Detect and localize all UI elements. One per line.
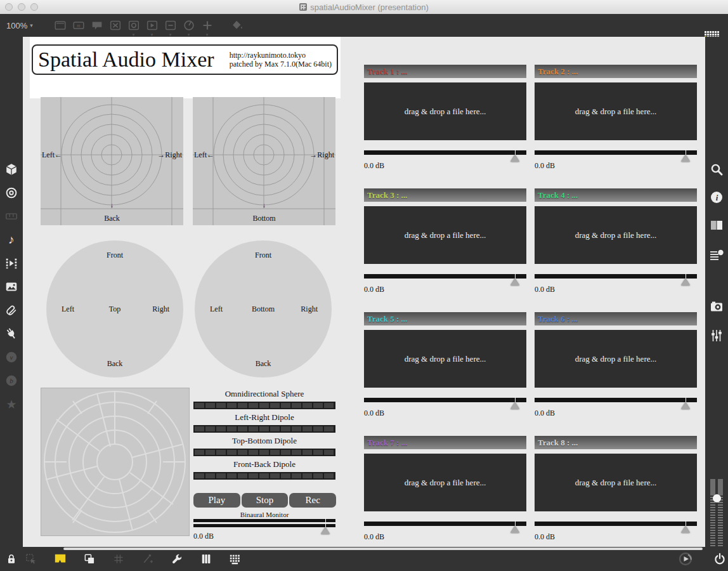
message-box-icon[interactable]: m [69, 18, 88, 33]
sphere-pad-bottom[interactable]: Front Left Bottom Right Back [195, 240, 332, 377]
track-dropzone[interactable]: drag & drop a file here... [364, 330, 526, 388]
track-dropzone[interactable]: drag & drop a file here... [364, 206, 526, 264]
select-icon[interactable] [23, 551, 39, 567]
split-view-icon[interactable] [705, 216, 728, 235]
track-dropzone[interactable]: drag & drop a file here... [364, 82, 526, 140]
track-dropzone[interactable]: drag & drop a file here... [535, 82, 697, 140]
sphere-label-back: Back [46, 359, 183, 369]
zoom-selector[interactable]: 100%▾ [6, 21, 39, 30]
snapshot-camera-icon[interactable] [705, 297, 728, 316]
binaural-gain-value: 0.0 dB [193, 532, 214, 541]
track-header[interactable]: Track 1 : ... [364, 65, 526, 78]
audio-meter-icon[interactable] [678, 551, 693, 567]
video-play-icon[interactable] [0, 254, 23, 273]
object-box-icon[interactable] [51, 18, 69, 33]
patcher-cube-icon[interactable] [0, 160, 23, 179]
playbar-icon[interactable]: ▾ [143, 18, 161, 33]
presentation-mode-icon[interactable] [53, 551, 68, 567]
slider-handle[interactable] [510, 279, 519, 286]
title-box: Spatial Audio Mixer http://raykunimoto.t… [32, 44, 338, 75]
zoom-button[interactable] [30, 3, 38, 11]
track-header[interactable]: Track 8 : ... [535, 436, 697, 449]
step-sequencer-icon[interactable] [228, 551, 243, 567]
track-gain-slider[interactable] [535, 150, 697, 163]
binaural-gain-slider[interactable] [193, 519, 335, 533]
rec-button[interactable]: Rec [289, 493, 336, 508]
search-icon[interactable] [705, 160, 728, 179]
slider-handle[interactable] [681, 155, 690, 162]
sphere-pad-top[interactable]: Front Left Top Right Back [46, 240, 183, 377]
track-header[interactable]: Track 2 : ... [535, 65, 697, 78]
button-icon[interactable]: ▾ [124, 18, 143, 33]
minimize-button[interactable] [18, 3, 25, 11]
track-dropzone[interactable]: drag & drop a file here... [535, 206, 697, 264]
track-gain-slider[interactable] [364, 398, 526, 410]
slider-handle[interactable] [321, 527, 330, 534]
header-panel: Spatial Audio Mixer http://raykunimoto.t… [30, 37, 341, 98]
speaker-polar-grid[interactable] [41, 388, 190, 536]
paperclip-icon[interactable] [0, 301, 23, 320]
close-button[interactable] [5, 3, 13, 11]
console-list-icon[interactable] [705, 246, 728, 265]
multislider-lr[interactable] [193, 425, 335, 433]
slider-handle[interactable] [681, 526, 690, 533]
power-icon[interactable] [712, 551, 727, 567]
add-object-icon[interactable]: ▾ [198, 18, 216, 33]
track-dropzone[interactable]: drag & drop a file here... [535, 454, 697, 511]
patchcord-icon[interactable] [140, 551, 155, 567]
tools-wrench-icon[interactable] [169, 551, 185, 567]
multislider-tb[interactable] [193, 449, 335, 456]
mixer-sliders-icon[interactable] [705, 326, 728, 345]
play-button[interactable]: Play [193, 493, 240, 508]
stop-button[interactable]: Stop [242, 493, 289, 508]
slider-label-tb: Top-Bottom Dipole [193, 436, 335, 446]
paint-bucket-icon[interactable] [228, 18, 246, 33]
track-header[interactable]: Track 6 : ... [535, 312, 697, 325]
multislider-omni[interactable] [193, 402, 335, 409]
slider-handle[interactable] [681, 279, 690, 286]
panner-xy-bottom[interactable]: Left← →Right ↓ Bottom [193, 97, 335, 225]
track-gain-slider[interactable] [535, 398, 697, 410]
track-header[interactable]: Track 4 : ... [535, 188, 697, 202]
midi-keyboard-icon[interactable] [0, 207, 23, 226]
fader-knob[interactable] [713, 494, 721, 502]
dial-icon[interactable]: ▾ [179, 18, 198, 33]
track-gain-slider[interactable] [364, 150, 526, 163]
multislider-fb[interactable] [193, 472, 335, 480]
track-label: Track 1 : ... [367, 67, 407, 77]
patcher-doc-icon [299, 3, 307, 11]
horizontal-scrollbar[interactable] [63, 548, 703, 550]
toggle-icon[interactable] [106, 18, 124, 33]
track-header[interactable]: Track 5 : ... [364, 312, 526, 325]
piano-keys-icon[interactable] [198, 551, 214, 567]
panner-arrow: ↓ [193, 202, 335, 209]
slider-handle[interactable] [510, 155, 519, 162]
plug-icon[interactable] [0, 324, 23, 343]
favorites-star-icon[interactable]: ★ [0, 395, 23, 414]
track-gain-slider[interactable] [535, 274, 697, 287]
grid-icon[interactable] [111, 551, 126, 567]
lock-icon[interactable] [4, 551, 19, 567]
track-gain-slider[interactable] [364, 522, 526, 534]
track-header[interactable]: Track 7 : ... [364, 436, 526, 449]
number-box-icon[interactable]: ▾ [161, 18, 179, 33]
target-icon[interactable] [0, 183, 23, 202]
track-header[interactable]: Track 3 : ... [364, 188, 526, 202]
panner-label-bottom: Bottom [193, 214, 335, 223]
image-icon[interactable] [0, 277, 23, 296]
slider-handle[interactable] [510, 402, 519, 409]
beap-icon[interactable]: b [0, 371, 23, 390]
inspector-info-icon[interactable]: i [705, 188, 728, 207]
track-dropzone[interactable]: drag & drop a file here... [364, 454, 526, 511]
track-dropzone[interactable]: drag & drop a file here... [535, 330, 697, 388]
panner-xy-back[interactable]: Left← →Right ↓ Back [41, 97, 183, 225]
track-gain-slider[interactable] [535, 522, 697, 534]
gain-fader[interactable] [710, 479, 724, 550]
audio-note-icon[interactable]: ♪ [0, 230, 23, 249]
comment-icon[interactable] [88, 18, 106, 33]
layers-icon[interactable] [82, 551, 97, 567]
slider-handle[interactable] [510, 526, 519, 533]
slider-handle[interactable] [681, 402, 690, 409]
vizzie-icon[interactable]: v [0, 348, 23, 367]
track-gain-slider[interactable] [364, 274, 526, 287]
